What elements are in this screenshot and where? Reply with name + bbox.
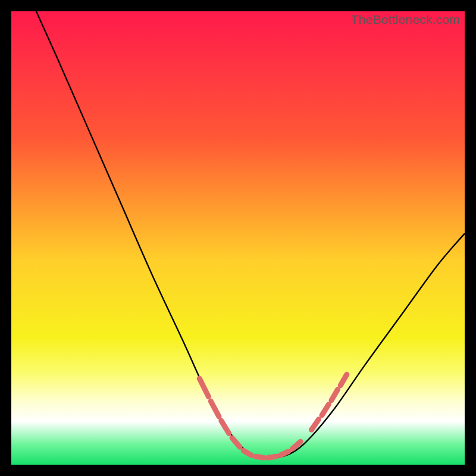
dash-segment bbox=[256, 456, 264, 458]
watermark-text: TheBottleneck.com bbox=[351, 12, 460, 27]
dash-segment bbox=[268, 456, 276, 458]
plot-background bbox=[11, 11, 465, 465]
dash-segment bbox=[280, 452, 289, 455]
bottleneck-plot bbox=[11, 11, 465, 465]
chart-frame: TheBottleneck.com bbox=[11, 11, 465, 465]
